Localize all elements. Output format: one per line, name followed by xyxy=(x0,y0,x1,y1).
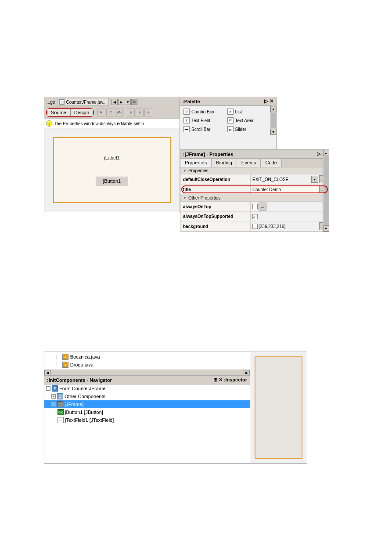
tab-binding[interactable]: Binding xyxy=(212,159,237,167)
props-scroll-up[interactable]: ▲ xyxy=(323,150,329,156)
tree-item-form[interactable]: - F Form CounterJFrame xyxy=(44,385,250,392)
palette-item-textarea[interactable]: TX Text Area xyxy=(226,116,269,124)
nav-close-icon[interactable]: ✕ xyxy=(219,377,223,383)
design-canvas: jLabel1 jButton1 xyxy=(53,137,171,203)
scrollbar-thumb[interactable] xyxy=(271,112,276,128)
editor-tab-bar: ...ge 📄 CounterJFrame.jav... ◀ ▶ ▼ ✕ xyxy=(44,97,180,106)
scrollbar-down-button[interactable]: ▼ xyxy=(270,129,277,135)
palette-item-list[interactable]: ≡ List xyxy=(226,108,269,116)
tree-expand-form[interactable]: - xyxy=(46,386,50,391)
tree-icon-other: O xyxy=(57,393,63,399)
file-label-bocznica: Bocznica.java xyxy=(70,354,100,359)
props-scrollbar: ▲ ▼ xyxy=(323,150,329,232)
tree-expand-other[interactable]: + xyxy=(51,394,56,399)
nav-pin-icon[interactable]: ⊞ xyxy=(213,377,217,383)
nav-header-controls: ⊞ ✕ :Inspector xyxy=(213,377,247,383)
editor-panel: ...ge 📄 CounterJFrame.jav... ◀ ▶ ▼ ✕ Sou… xyxy=(44,97,180,212)
file-droga[interactable]: └─ J Droga.java xyxy=(44,361,250,369)
prop-value-title-text[interactable]: Counter Demo xyxy=(252,187,318,192)
tree-item-jframe[interactable]: - ⬚ [JFrame] xyxy=(44,400,250,408)
cursor-icon[interactable]: ↖ xyxy=(97,109,105,116)
prop-button-alwaysontop[interactable]: … xyxy=(259,203,266,210)
palette-title: :Palette xyxy=(183,99,200,104)
tree-label-jframe: [JFrame] xyxy=(65,402,83,407)
nav-left-arrow[interactable]: ◀ xyxy=(111,99,118,105)
other-props-collapse-icon[interactable]: ▼ xyxy=(183,196,187,200)
source-design-bar: Source Design ↖ ⬚ ◎ ≡ ≡ ≡ xyxy=(44,106,180,119)
file-bocznica[interactable]: ├─ J Bocznica.java xyxy=(44,353,250,361)
prop-name-title: title xyxy=(180,185,251,194)
palette-item-textfield[interactable]: T Text Field xyxy=(182,116,225,124)
tree-item-jbutton1[interactable]: OK jButton1 [JButton] xyxy=(44,408,250,416)
file-scroll-left[interactable]: ◀ xyxy=(44,370,50,375)
source-button[interactable]: Source xyxy=(47,109,70,116)
nav-right-arrow[interactable]: ▶ xyxy=(118,99,124,105)
prop-name-background: background xyxy=(180,221,251,231)
tree-label-jtextfield1: jTextField1 [JTextField] xyxy=(65,417,114,423)
palette-pin-icon[interactable]: ▷ xyxy=(264,98,268,104)
properties-tabs: Properties Binding Events Code xyxy=(180,159,329,167)
prop-value-alwaysontopsupported xyxy=(251,212,329,221)
tree-item-other[interactable]: + O Other Components xyxy=(44,392,250,400)
palette-item-scrollbar[interactable]: ▬ Scroll Bar xyxy=(182,125,225,133)
prop-dropdown-defaultcloseop[interactable]: ▼ xyxy=(311,176,318,183)
scrollbar-up-button[interactable]: ▲ xyxy=(270,106,277,112)
palette-slider-label: Slider xyxy=(235,127,247,132)
prop-row-alwaysontop: alwaysOnTop … xyxy=(180,202,329,212)
palette-textfield-label: Text Field xyxy=(191,118,210,123)
prop-checkbox-background[interactable] xyxy=(252,224,258,229)
props-collapse-icon[interactable]: ▼ xyxy=(183,169,187,173)
nav-arrows: ◀ ▶ ▼ ✕ xyxy=(111,99,137,105)
info-bar: 💡 The Properties window displays editabl… xyxy=(44,119,180,128)
combobox-icon: ⬜ xyxy=(183,109,190,115)
align-icon2[interactable]: ≡ xyxy=(136,109,144,116)
palette-item-combobox[interactable]: ⬜ Combo Box xyxy=(182,108,225,116)
nav-close[interactable]: ✕ xyxy=(131,99,137,105)
prop-checkbox-alwaysontop[interactable] xyxy=(252,204,258,209)
prop-row-defaultcloseop: defaultCloseOperation EXIT_ON_CLOSE ▼ … xyxy=(180,174,329,185)
palette-close-icon[interactable]: ✕ xyxy=(270,98,273,104)
bottom-section: ├─ J Bocznica.java └─ J Droga.java ◀ ▶ :… xyxy=(44,352,373,464)
right-preview xyxy=(250,352,307,464)
prop-checkbox-alwaysontopsupported[interactable] xyxy=(252,214,258,219)
tab-properties[interactable]: Properties xyxy=(180,159,212,167)
toolbar-separator xyxy=(125,109,125,116)
props-scroll-down[interactable]: ▼ xyxy=(323,225,329,232)
tab-file[interactable]: 📄 CounterJFrame.jav... xyxy=(57,98,109,106)
nav-tree: - F Form CounterJFrame + O Other Compone… xyxy=(44,385,250,464)
prop-name-defaultcloseop: defaultCloseOperation xyxy=(180,174,251,184)
nav-down-arrow[interactable]: ▼ xyxy=(125,99,131,105)
design-button[interactable]: Design xyxy=(70,109,93,116)
align-icon3[interactable]: ≡ xyxy=(144,109,152,116)
nav-header: :initComponents - Navigator ⊞ ✕ :Inspect… xyxy=(44,376,250,385)
file-label-droga: Droga.java xyxy=(70,362,94,367)
file-scroll-right[interactable]: ▶ xyxy=(244,370,250,375)
textfield-icon: T xyxy=(183,117,190,123)
prop-row-title: title Counter Demo … xyxy=(180,185,329,195)
align-icon1[interactable]: ≡ xyxy=(127,109,135,116)
jbutton1[interactable]: jButton1 xyxy=(96,177,128,185)
other-props-section-header: ▼ Other Properties xyxy=(180,195,329,202)
tab-events[interactable]: Events xyxy=(237,159,261,167)
properties-pin-icon[interactable]: ▷ xyxy=(317,151,320,157)
tree-item-jtextfield1[interactable]: ⬚ jTextField1 [JTextField] xyxy=(44,416,250,424)
tree-icon-jframe: ⬚ xyxy=(57,401,63,407)
palette-header-right: ▷ ✕ xyxy=(264,98,273,104)
inspector-title: :Inspector xyxy=(224,377,247,383)
tab-ellipsis: ...ge xyxy=(45,100,56,105)
props-scroll-thumb[interactable] xyxy=(324,156,329,225)
prop-row-alwaysontopsupported: alwaysOnTopSupported xyxy=(180,212,329,221)
properties-title: :[JFrame] - Properties xyxy=(183,152,233,157)
preview-canvas xyxy=(255,356,302,459)
palette-textarea-label: Text Area xyxy=(235,118,254,123)
tab-code[interactable]: Code xyxy=(261,159,281,167)
tree-expand-jframe[interactable]: - xyxy=(51,402,56,406)
tree-icon-form: F xyxy=(52,385,58,392)
tree-label-jbutton1: jButton1 [JButton] xyxy=(65,410,103,415)
target-icon[interactable]: ◎ xyxy=(115,109,123,116)
selection-icon[interactable]: ⬚ xyxy=(106,109,114,116)
props-section-label: Properties xyxy=(188,168,209,173)
info-text: The Properties window displays editable … xyxy=(54,121,144,126)
prop-row-background: background [236,233,216] … xyxy=(180,221,329,232)
palette-item-slider[interactable]: ◧ Slider xyxy=(226,125,269,133)
